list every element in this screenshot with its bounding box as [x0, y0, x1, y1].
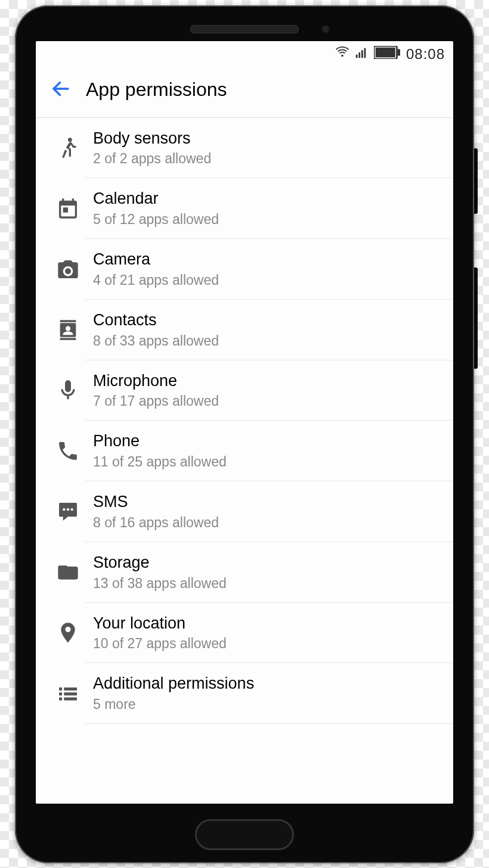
camera-icon [51, 257, 85, 281]
permission-label: Your location [93, 614, 441, 634]
permission-text: Camera 4 of 21 apps allowed [85, 239, 453, 300]
permission-text: Contacts 8 of 33 apps allowed [85, 300, 453, 360]
svg-rect-3 [364, 48, 366, 58]
home-button[interactable] [195, 819, 294, 850]
permission-label: Calendar [93, 189, 441, 209]
side-button [474, 148, 478, 214]
permission-sub: 8 of 33 apps allowed [93, 333, 441, 349]
permission-row-location[interactable]: Your location 10 of 27 apps allowed [36, 603, 453, 664]
permission-text: SMS 8 of 16 apps allowed [85, 481, 453, 542]
speaker-grill [190, 25, 299, 33]
permission-text: Storage 13 of 38 apps allowed [85, 542, 453, 603]
permission-label: Camera [93, 250, 441, 270]
svg-rect-0 [356, 54, 358, 58]
permission-label: Storage [93, 553, 441, 573]
list-icon [51, 682, 85, 705]
permission-row-microphone[interactable]: Microphone 7 of 17 apps allowed [36, 360, 453, 421]
permission-row-camera[interactable]: Camera 4 of 21 apps allowed [36, 239, 453, 300]
phone-icon [51, 439, 85, 463]
permission-row-contacts[interactable]: Contacts 8 of 33 apps allowed [36, 300, 453, 360]
permission-label: Phone [93, 431, 441, 452]
status-clock: 08:08 [406, 46, 445, 63]
permissions-list: Body sensors 2 of 2 apps allowed Calenda… [36, 118, 453, 804]
side-button [474, 267, 478, 369]
signal-icon [355, 46, 368, 63]
svg-rect-5 [376, 47, 395, 57]
permission-label: Body sensors [93, 129, 441, 149]
svg-rect-6 [398, 49, 400, 55]
screen: 08:08 App permissions Body sensors 2 of … [36, 41, 453, 804]
back-button[interactable] [47, 74, 75, 105]
permission-row-additional[interactable]: Additional permissions 5 more [36, 663, 453, 724]
svg-rect-9 [59, 687, 62, 690]
permission-text: Calendar 5 of 12 apps allowed [85, 178, 453, 239]
permission-row-phone[interactable]: Phone 11 of 25 apps allowed [36, 421, 453, 481]
permission-text: Microphone 7 of 17 apps allowed [85, 360, 453, 421]
wifi-icon [336, 46, 349, 63]
app-bar: App permissions [36, 67, 453, 118]
page-title: App permissions [86, 79, 227, 101]
permission-sub: 4 of 21 apps allowed [93, 272, 441, 288]
permission-text: Body sensors 2 of 2 apps allowed [85, 118, 453, 179]
location-icon [51, 621, 85, 645]
permission-sub: 5 of 12 apps allowed [93, 211, 441, 228]
microphone-icon [51, 378, 85, 402]
permission-label: Contacts [93, 310, 441, 331]
permission-sub: 8 of 16 apps allowed [93, 515, 441, 531]
svg-rect-12 [64, 692, 77, 695]
permission-text: Phone 11 of 25 apps allowed [85, 421, 453, 481]
svg-rect-14 [64, 698, 77, 701]
permission-sub: 13 of 38 apps allowed [93, 575, 441, 592]
body-sensors-icon [51, 136, 85, 160]
permission-sub: 11 of 25 apps allowed [93, 454, 441, 470]
permission-sub: 7 of 17 apps allowed [93, 393, 441, 409]
permission-row-body-sensors[interactable]: Body sensors 2 of 2 apps allowed [36, 118, 453, 179]
front-camera [322, 26, 329, 33]
permission-row-storage[interactable]: Storage 13 of 38 apps allowed [36, 542, 453, 603]
permission-text: Additional permissions 5 more [85, 663, 453, 724]
battery-icon [374, 46, 400, 63]
phone-frame: 08:08 App permissions Body sensors 2 of … [15, 5, 474, 863]
svg-rect-11 [59, 692, 62, 695]
permission-row-calendar[interactable]: Calendar 5 of 12 apps allowed [36, 178, 453, 239]
permission-sub: 5 more [93, 696, 441, 713]
permission-sub: 2 of 2 apps allowed [93, 151, 441, 167]
permission-label: Additional permissions [93, 674, 441, 694]
contacts-icon [51, 318, 85, 342]
permission-row-sms[interactable]: SMS 8 of 16 apps allowed [36, 481, 453, 542]
svg-point-8 [68, 138, 72, 142]
storage-icon [51, 561, 85, 584]
svg-rect-13 [59, 698, 62, 701]
permission-label: Microphone [93, 371, 441, 391]
permission-text: Your location 10 of 27 apps allowed [85, 603, 453, 664]
permission-sub: 10 of 27 apps allowed [93, 636, 441, 652]
svg-rect-1 [358, 52, 360, 58]
sms-icon [51, 500, 85, 524]
permission-label: SMS [93, 492, 441, 512]
svg-rect-10 [64, 687, 77, 690]
status-bar: 08:08 [36, 41, 453, 67]
calendar-icon [51, 197, 85, 220]
svg-rect-2 [361, 50, 363, 58]
